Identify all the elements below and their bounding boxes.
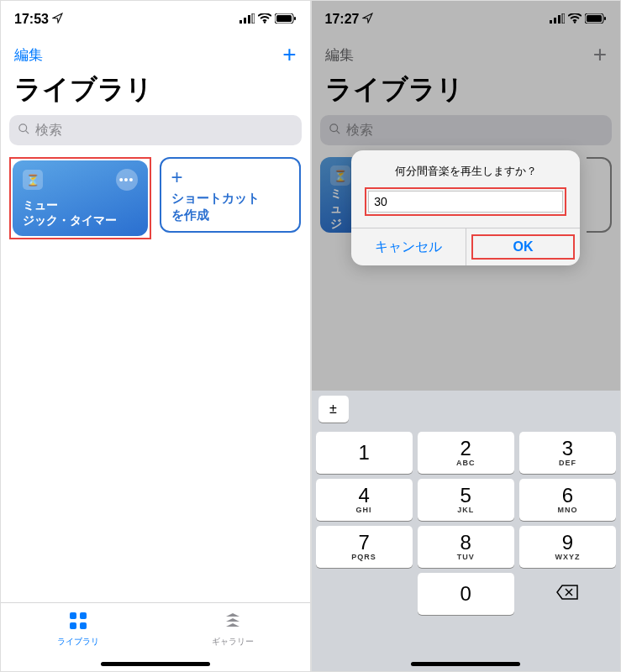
hourglass-icon: ⏳ (23, 170, 43, 190)
key-0[interactable]: 0 (418, 573, 514, 615)
search-placeholder: 検索 (35, 122, 62, 139)
create-shortcut-card[interactable]: + ショートカットを作成 (160, 157, 302, 233)
edit-button[interactable]: 編集 (14, 45, 43, 65)
key-delete[interactable] (519, 573, 616, 615)
status-right (550, 12, 607, 27)
more-icon[interactable]: ••• (116, 169, 138, 191)
svg-rect-21 (604, 17, 606, 20)
key-7[interactable]: 7PQRS (316, 526, 413, 568)
svg-rect-14 (550, 20, 552, 24)
numeric-keypad: 1 2ABC 3DEF 4GHI 5JKL 6MNO 7PQRS 8TUV 9W… (312, 428, 621, 619)
keypad-toolbar: ± (312, 391, 621, 428)
home-indicator[interactable] (312, 656, 621, 671)
tab-library[interactable]: ライブラリ (1, 603, 155, 656)
ok-button[interactable]: OK (466, 228, 581, 265)
key-4[interactable]: 4GHI (316, 479, 413, 521)
svg-rect-2 (248, 15, 250, 24)
status-right (239, 12, 297, 27)
search-icon (18, 123, 30, 139)
svg-point-18 (574, 21, 576, 23)
svg-rect-16 (558, 15, 560, 24)
svg-line-9 (25, 130, 29, 134)
status-time: 17:27 (325, 12, 360, 27)
svg-rect-17 (562, 13, 565, 24)
plus-icon: + (171, 167, 290, 187)
svg-point-8 (19, 123, 27, 131)
prompt-input[interactable] (368, 191, 563, 213)
cancel-button[interactable]: キャンセル (351, 228, 466, 265)
svg-rect-12 (70, 622, 76, 629)
signal-icon (239, 12, 255, 27)
screen-left: 17:53 編集 + ライブラリ 検索 ⏳ ••• (0, 0, 311, 672)
location-icon (362, 12, 373, 27)
svg-rect-20 (587, 15, 602, 22)
svg-point-4 (263, 21, 265, 23)
key-6[interactable]: 6MNO (519, 479, 616, 521)
shortcut-cards: ⏳ ••• ミュージック・タイマー + ショートカットを作成 (1, 157, 310, 239)
status-bar: 17:27 (312, 1, 621, 38)
svg-rect-10 (70, 612, 76, 619)
key-9[interactable]: 9WXYZ (519, 526, 616, 568)
tab-gallery-label: ギャラリー (212, 636, 254, 648)
key-blank (316, 573, 413, 615)
nav-bar: 編集 + (1, 38, 310, 71)
library-icon (69, 612, 87, 634)
backspace-icon (556, 585, 578, 604)
tab-library-label: ライブラリ (57, 636, 99, 648)
svg-rect-13 (80, 622, 87, 629)
svg-rect-11 (80, 612, 87, 619)
add-button[interactable]: + (282, 41, 296, 68)
location-icon (52, 12, 63, 27)
battery-icon (275, 12, 297, 27)
key-3[interactable]: 3DEF (519, 432, 616, 474)
highlight-box-shortcut: ⏳ ••• ミュージック・タイマー (9, 157, 151, 239)
svg-rect-7 (294, 17, 296, 20)
highlight-box-ok: OK (471, 234, 576, 260)
screen-right: 17:27 編集 + ライブラリ 検索 ⏳ ミュジッ (311, 0, 622, 672)
key-1[interactable]: 1 (316, 432, 413, 474)
highlight-box-input (365, 187, 566, 216)
wifi-icon (568, 12, 582, 27)
key-5[interactable]: 5JKL (418, 479, 514, 521)
svg-rect-1 (244, 18, 246, 24)
svg-rect-0 (239, 20, 242, 24)
prompt-dialog: 何分間音楽を再生しますか？ キャンセル OK (351, 150, 580, 265)
signal-icon (550, 12, 565, 27)
music-timer-shortcut-card[interactable]: ⏳ ••• ミュージック・タイマー (13, 160, 148, 236)
home-indicator[interactable] (1, 656, 310, 671)
page-title: ライブラリ (1, 71, 310, 115)
shortcut-label: ミュージック・タイマー (23, 197, 138, 228)
create-shortcut-label: ショートカットを作成 (171, 190, 290, 223)
wifi-icon (258, 12, 271, 27)
tab-bar: ライブラリ ギャラリー (1, 602, 310, 656)
tab-gallery[interactable]: ギャラリー (155, 603, 310, 656)
status-bar: 17:53 (1, 1, 310, 38)
key-2[interactable]: 2ABC (418, 432, 514, 474)
prompt-title: 何分間音楽を再生しますか？ (351, 150, 580, 187)
key-8[interactable]: 8TUV (418, 526, 514, 568)
svg-rect-3 (252, 13, 255, 24)
plus-minus-key[interactable]: ± (318, 396, 349, 423)
gallery-icon (224, 612, 242, 634)
status-time: 17:53 (14, 12, 49, 27)
svg-rect-6 (276, 15, 292, 22)
battery-icon (585, 12, 607, 27)
search-input[interactable]: 検索 (9, 115, 302, 145)
svg-rect-15 (554, 18, 556, 24)
keypad-bottom-spacer (312, 619, 621, 656)
